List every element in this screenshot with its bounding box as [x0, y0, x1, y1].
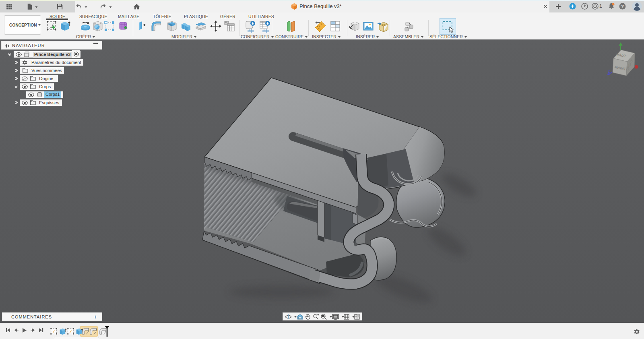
svg-text:?: ? — [621, 4, 624, 9]
svg-text:Z: Z — [607, 69, 611, 74]
